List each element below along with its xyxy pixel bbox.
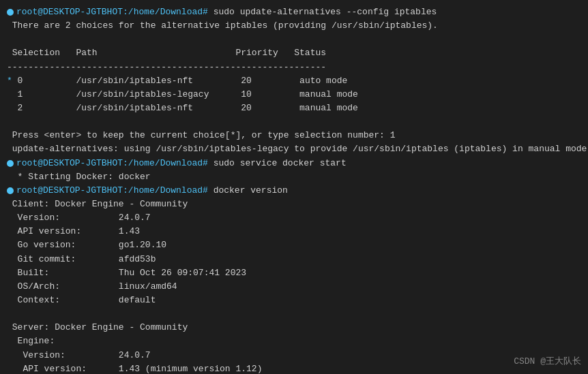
blank-line	[7, 307, 581, 321]
terminal-line: Context: default	[7, 294, 581, 307]
prompt-dot	[7, 160, 14, 167]
line-text: 0 /usr/sbin/iptables-nft 20 auto mode	[12, 76, 347, 86]
command-text: docker version	[214, 184, 288, 198]
prompt-dot	[7, 187, 14, 194]
prompt-line: root@DESKTOP-JGTBHOT:/home/Download# sud…	[7, 5, 581, 19]
asterisk: *	[7, 76, 12, 86]
terminal-line: 1 /usr/sbin/iptables-legacy 10 manual mo…	[7, 88, 581, 102]
terminal-line: 2 /usr/sbin/iptables-nft 20 manual mode	[7, 102, 581, 115]
terminal-line: * Starting Docker: docker	[7, 170, 581, 184]
terminal-line: OS/Arch: linux/amd64	[7, 280, 581, 294]
terminal-line: Engine:	[7, 334, 581, 348]
terminal-line: Client: Docker Engine - Community	[7, 198, 581, 211]
terminal-line: There are 2 choices for the alternative …	[7, 19, 581, 33]
terminal-line: Go version: go1.20.10	[7, 238, 581, 252]
terminal-line: Version: 24.0.7	[7, 211, 581, 225]
prompt-text: root@DESKTOP-JGTBHOT:/home/Download#	[16, 5, 214, 19]
blank-line	[7, 33, 581, 46]
prompt-text: root@DESKTOP-JGTBHOT:/home/Download#	[16, 184, 214, 198]
command-text: sudo service docker start	[214, 157, 347, 170]
terminal-line: API version: 1.43 (minimum version 1.12)	[7, 362, 581, 374]
prompt-line: root@DESKTOP-JGTBHOT:/home/Download# doc…	[7, 184, 581, 198]
terminal-line: Built: Thu Oct 26 09:07:41 2023	[7, 266, 581, 280]
terminal-line: Git commit: afdd53b	[7, 253, 581, 266]
prompt-dot	[7, 9, 14, 16]
terminal: root@DESKTOP-JGTBHOT:/home/Download# sud…	[0, 0, 588, 374]
terminal-line: Press <enter> to keep the current choice…	[7, 129, 581, 142]
terminal-line: ----------------------------------------…	[7, 61, 581, 74]
terminal-line: Selection Path Priority Status	[7, 46, 581, 60]
watermark: CSDN @王大队长	[514, 355, 581, 367]
prompt-line: root@DESKTOP-JGTBHOT:/home/Download# sud…	[7, 157, 581, 170]
terminal-line: Server: Docker Engine - Community	[7, 321, 581, 334]
terminal-line: API version: 1.43	[7, 225, 581, 238]
prompt-text: root@DESKTOP-JGTBHOT:/home/Download#	[16, 157, 214, 170]
command-text: sudo update-alternatives --config iptabl…	[214, 5, 437, 19]
terminal-line: update-alternatives: using /usr/sbin/ipt…	[7, 142, 581, 156]
terminal-line: * 0 /usr/sbin/iptables-nft 20 auto mode	[7, 74, 581, 88]
terminal-line: Version: 24.0.7	[7, 349, 581, 362]
blank-line	[7, 115, 581, 129]
